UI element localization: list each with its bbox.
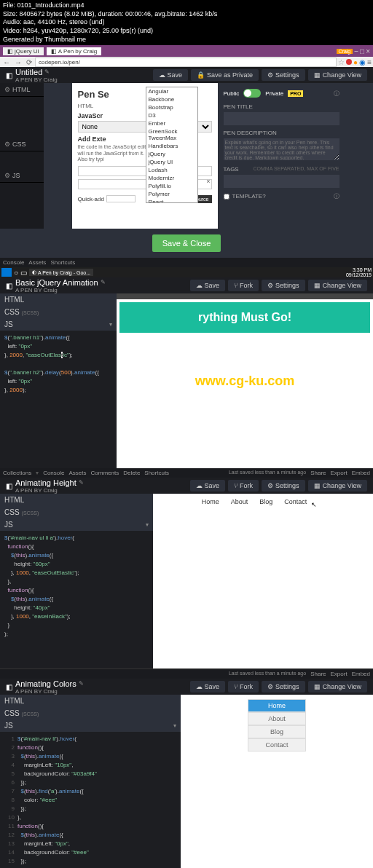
change-view-button[interactable]: ▦Change View (308, 681, 367, 693)
save-close-button[interactable]: Save & Close (152, 234, 221, 252)
shortcuts-button[interactable]: Shortcuts (50, 259, 75, 266)
forward-icon[interactable]: → (13, 58, 23, 66)
remove-icon[interactable]: × (206, 178, 210, 185)
chevron-down-icon[interactable]: ▾ (173, 722, 176, 729)
editor-tab-html[interactable]: HTML (0, 494, 153, 506)
edit-icon[interactable]: ✎ (79, 680, 84, 687)
dropdown-item[interactable]: D3 (146, 111, 197, 119)
back-icon[interactable]: ← (1, 58, 12, 66)
dropdown-item[interactable]: jQuery (146, 150, 197, 158)
settings-button[interactable]: ⚙Settings (262, 280, 305, 291)
editor-tab-js[interactable]: JS▾ (0, 318, 117, 331)
fork-button[interactable]: ⑂Fork (228, 480, 259, 492)
ext-icon[interactable]: ◉ (359, 58, 366, 66)
taskbar-app[interactable]: ◐A Pen by Craig - Goo... (29, 269, 93, 276)
dropdown-item[interactable]: Polymer (146, 190, 197, 198)
change-view-button[interactable]: ▦Change View (308, 69, 367, 81)
reload-icon[interactable]: ⟳ (25, 58, 34, 66)
gear-icon[interactable]: ⚙ (4, 86, 10, 93)
gear-icon[interactable]: ⚙ (4, 141, 10, 148)
modal-tab-html[interactable]: HTML (78, 103, 94, 109)
dropdown-item[interactable]: GreenSock TweenMax (146, 127, 197, 142)
assets-button[interactable]: Assets (28, 259, 46, 266)
dropdown-item[interactable]: Angular (146, 87, 197, 95)
fork-button[interactable]: ⑂Fork (228, 280, 259, 291)
library-dropdown[interactable]: Angular Backbone Bootstrap D3 Ember Gree… (146, 87, 198, 203)
shortcuts-button[interactable]: Shortcuts (144, 470, 169, 476)
save-button[interactable]: ☁Save (153, 69, 189, 81)
save-button[interactable]: ☁Save (190, 480, 226, 492)
export-button[interactable]: Export (331, 671, 348, 677)
console-button[interactable]: Console (3, 259, 24, 266)
url-bar[interactable]: codepen.io/pen/ (35, 58, 337, 67)
dropdown-item[interactable]: Handlebars (146, 142, 197, 150)
export-button[interactable]: Export (331, 470, 348, 476)
dropdown-item[interactable]: Ember (146, 119, 197, 127)
edit-icon[interactable]: ✎ (44, 68, 50, 75)
settings-button[interactable]: ⚙Settings (262, 681, 305, 693)
menu-item[interactable]: Blog (248, 725, 306, 738)
info-icon[interactable]: ⓘ (334, 90, 339, 98)
minimize-icon[interactable]: − (354, 47, 358, 55)
search-icon[interactable]: ○ (14, 269, 18, 277)
js-editor[interactable]: 1$('#main-nav li').hover( 2function(){ 3… (0, 732, 181, 868)
gear-icon[interactable]: ⚙ (4, 172, 10, 179)
fork-button[interactable]: ⑂Fork (228, 681, 259, 693)
editor-tab-js[interactable]: ⚙JS (0, 169, 44, 183)
menu-item[interactable]: About (248, 712, 306, 725)
quick-add-select[interactable] (106, 195, 136, 202)
chevron-down-icon[interactable]: ▾ (146, 521, 149, 528)
edit-icon[interactable]: ✎ (101, 279, 106, 285)
editor-tab-css[interactable]: ⚙CSS (0, 138, 44, 151)
editor-tab-css[interactable]: CSS(SCSS) (0, 306, 117, 318)
share-button[interactable]: Share (310, 671, 326, 677)
nav-link[interactable]: About (231, 498, 248, 505)
browser-tab-active[interactable]: ◧A Pen by Craig (47, 47, 101, 55)
editor-tab-js[interactable]: JS▾ (0, 518, 153, 531)
settings-button[interactable]: ⚙Settings (262, 480, 305, 492)
task-view-icon[interactable]: ▭ (20, 269, 27, 277)
change-view-button[interactable]: ▦Change View (308, 280, 367, 291)
save-button[interactable]: ☁Save (190, 681, 226, 693)
dropdown-item[interactable]: Bootstrap (146, 103, 197, 111)
change-view-button[interactable]: ▦Change View (308, 480, 367, 492)
menu-icon[interactable]: ≡ (367, 58, 372, 66)
collections-button[interactable]: Collections (3, 470, 31, 476)
browser-tab[interactable]: ◧jQuery UI (3, 47, 44, 55)
info-icon[interactable]: ⓘ (334, 192, 339, 200)
nav-link[interactable]: Home (202, 498, 219, 505)
start-button[interactable] (1, 268, 12, 277)
star-icon[interactable]: ☆ (338, 58, 345, 66)
system-clock[interactable]: 3:30 PM 09/12/2015 (346, 267, 372, 277)
editor-tab-js[interactable]: JS▾ (0, 719, 181, 732)
ext-icon[interactable] (346, 59, 352, 65)
embed-button[interactable]: Embed (352, 671, 370, 677)
js-editor[interactable]: $('#main-nav ul li a').hover( function()… (0, 531, 153, 642)
dropdown-item[interactable]: Lodash (146, 166, 197, 174)
share-button[interactable]: Share (310, 470, 326, 476)
settings-button[interactable]: ⚙Settings (262, 69, 305, 81)
editor-tab-html[interactable]: HTML (0, 695, 181, 707)
editor-tab-css[interactable]: CSS(SCSS) (0, 506, 153, 518)
visibility-toggle[interactable] (243, 89, 261, 98)
dropdown-item[interactable]: React (146, 198, 197, 203)
user-badge[interactable]: Craig (337, 49, 353, 54)
dropdown-item[interactable]: Modernizr (146, 174, 197, 182)
editor-tab-css[interactable]: CSS(SCSS) (0, 707, 181, 719)
nav-link[interactable]: Contact (284, 498, 307, 505)
comments-button[interactable]: Comments (91, 470, 119, 476)
dropdown-item[interactable]: Backbone (146, 95, 197, 103)
editor-tab-html[interactable]: HTML (0, 293, 117, 306)
dropdown-item[interactable]: jQuery UI (146, 158, 197, 166)
embed-button[interactable]: Embed (352, 470, 370, 476)
ext-icon[interactable]: ● (353, 58, 358, 66)
chevron-down-icon[interactable]: ▾ (109, 321, 112, 328)
menu-item[interactable]: Home (248, 699, 306, 712)
pen-title-input[interactable] (224, 112, 339, 125)
save-button[interactable]: ☁Save (190, 280, 226, 291)
console-button[interactable]: Console (43, 470, 64, 476)
editor-tab-html[interactable]: ⚙HTML (0, 83, 44, 97)
template-checkbox[interactable] (224, 194, 229, 200)
maximize-icon[interactable]: □ (360, 47, 364, 55)
pen-desc-input[interactable] (224, 138, 339, 160)
